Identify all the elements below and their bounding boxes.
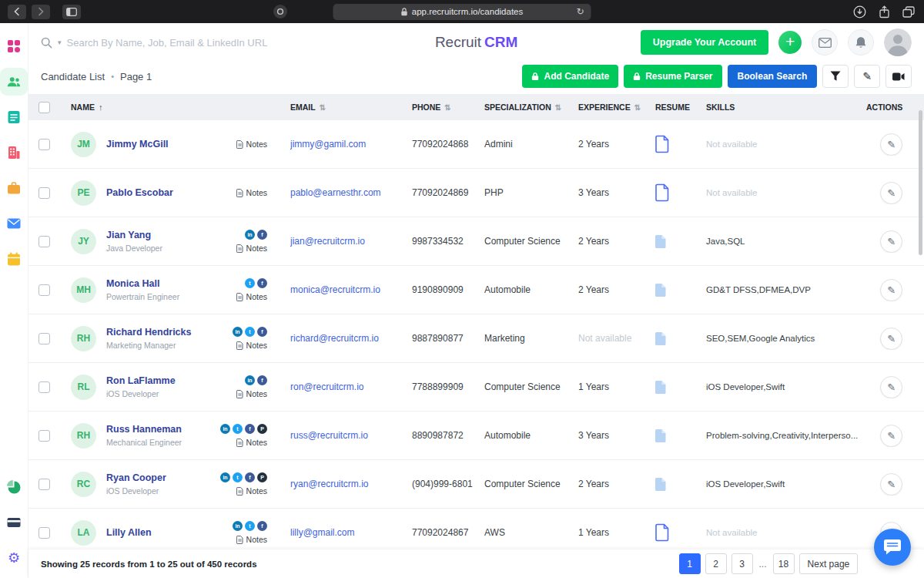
tabs-overview-icon[interactable] [902, 6, 915, 18]
notifications-button[interactable] [848, 29, 874, 55]
twitter-icon[interactable]: t [245, 327, 255, 337]
resume-file-icon[interactable] [655, 135, 706, 153]
filter-button[interactable] [822, 65, 849, 88]
candidate-email-link[interactable]: richard@recruitcrm.io [290, 333, 379, 344]
notes-link[interactable]: Notes [236, 535, 267, 544]
candidate-email-link[interactable]: russ@recruitcrm.io [290, 430, 368, 441]
notes-link[interactable]: Notes [236, 292, 267, 301]
boolean-search-button[interactable]: Boolean Search [728, 65, 818, 88]
candidate-name-link[interactable]: Lilly Allen [106, 527, 152, 538]
share-icon[interactable] [879, 5, 890, 18]
sidebar-item-jobs[interactable] [0, 103, 28, 131]
edit-candidate-button[interactable]: ✎ [880, 328, 902, 350]
linkedin-icon[interactable]: in [245, 375, 255, 385]
facebook-icon[interactable]: f [257, 327, 267, 337]
edit-candidate-button[interactable]: ✎ [880, 376, 902, 398]
resume-file-icon[interactable] [655, 183, 706, 202]
global-search[interactable]: ▾ [41, 37, 349, 49]
candidate-name-link[interactable]: Richard Hendricks [106, 327, 191, 338]
pagination-page-1[interactable]: 1 [679, 553, 701, 574]
notes-link[interactable]: Notes [236, 341, 267, 350]
candidate-email-link[interactable]: monica@recruitcrm.io [290, 284, 380, 295]
edit-candidate-button[interactable]: ✎ [880, 182, 902, 204]
video-button[interactable] [886, 65, 912, 88]
upgrade-account-button[interactable]: Upgrade Your Account [641, 30, 769, 55]
search-scope-caret-icon[interactable]: ▾ [58, 39, 62, 46]
facebook-icon[interactable]: f [257, 521, 267, 531]
messages-button[interactable] [812, 29, 838, 55]
pinterest-icon[interactable]: P [257, 472, 267, 482]
row-checkbox[interactable] [38, 333, 50, 344]
linkedin-icon[interactable]: in [220, 424, 230, 434]
twitter-icon[interactable]: t [245, 521, 255, 531]
candidate-name-link[interactable]: Russ Hanneman [106, 424, 182, 435]
resume-file-icon[interactable] [655, 381, 706, 394]
reload-icon[interactable]: ↻ [576, 6, 584, 17]
row-checkbox[interactable] [38, 236, 50, 247]
twitter-icon[interactable]: t [245, 278, 255, 288]
sidebar-item-meetings[interactable] [0, 245, 28, 273]
facebook-icon[interactable]: f [257, 375, 267, 385]
select-all-checkbox[interactable] [38, 102, 50, 113]
breadcrumb-candidate-list[interactable]: Candidate List [41, 71, 105, 82]
linkedin-icon[interactable]: in [220, 472, 230, 482]
sidebar-item-reports[interactable] [0, 473, 28, 501]
add-candidate-button[interactable]: Add Candidate [522, 65, 618, 88]
edit-candidate-button[interactable]: ✎ [880, 473, 902, 496]
candidate-email-link[interactable]: ryan@recruitcrm.io [290, 479, 369, 489]
downloads-icon[interactable] [853, 5, 866, 18]
edit-candidate-button[interactable]: ✎ [880, 425, 902, 447]
sidebar-item-dashboard[interactable] [0, 32, 28, 60]
facebook-icon[interactable]: f [257, 278, 267, 288]
candidate-name-link[interactable]: Pablo Escobar [106, 187, 173, 198]
notes-link[interactable]: Notes [236, 139, 267, 149]
browser-sidebar-toggle-icon[interactable] [62, 5, 81, 19]
sidebar-item-inbox[interactable] [0, 210, 28, 237]
pagination-page-3[interactable]: 3 [732, 553, 753, 574]
resume-file-icon[interactable] [655, 284, 706, 297]
row-checkbox[interactable] [38, 284, 50, 296]
notes-link[interactable]: Notes [236, 389, 267, 398]
search-input[interactable] [67, 37, 306, 49]
row-checkbox[interactable] [38, 381, 50, 393]
browser-forward-button[interactable] [32, 5, 50, 19]
scrollbar-thumb[interactable] [919, 110, 922, 255]
pagination-page-18[interactable]: 18 [773, 553, 795, 574]
sidebar-item-candidates[interactable] [0, 68, 28, 96]
candidate-name-link[interactable]: Jimmy McGill [106, 139, 169, 150]
resume-file-icon[interactable] [655, 478, 706, 491]
notes-link[interactable]: Notes [236, 486, 267, 496]
facebook-icon[interactable]: f [245, 472, 255, 482]
edit-candidate-button[interactable]: ✎ [880, 230, 902, 253]
candidate-email-link[interactable]: ron@recruitcrm.io [290, 381, 364, 392]
column-header-email[interactable]: EMAIL ⇅ [290, 102, 412, 112]
resume-file-icon[interactable] [655, 332, 706, 345]
row-checkbox[interactable] [38, 479, 50, 490]
search-icon[interactable] [41, 37, 52, 49]
edit-candidate-button[interactable]: ✎ [880, 279, 902, 301]
facebook-icon[interactable]: f [245, 424, 255, 434]
pinterest-icon[interactable]: P [257, 424, 267, 434]
notes-link[interactable]: Notes [236, 438, 267, 447]
sidebar-item-settings[interactable]: ⚙ [0, 544, 28, 572]
row-checkbox[interactable] [38, 187, 50, 199]
candidate-email-link[interactable]: pablo@earnesthr.com [290, 187, 381, 198]
linkedin-icon[interactable]: in [233, 521, 243, 531]
linkedin-icon[interactable]: in [245, 230, 255, 240]
quick-add-button[interactable]: + [778, 31, 802, 54]
twitter-icon[interactable]: t [233, 472, 243, 482]
resume-file-icon[interactable] [655, 235, 706, 248]
resume-file-icon[interactable] [655, 523, 706, 542]
browser-address-bar[interactable]: app.recruitcrm.io/candidates ↻ [333, 4, 591, 20]
extension-icon[interactable] [273, 5, 287, 18]
edit-candidate-button[interactable]: ✎ [880, 133, 902, 156]
bulk-edit-button[interactable]: ✎ [854, 65, 880, 88]
pagination-next-button[interactable]: Next page [799, 553, 859, 574]
notes-link[interactable]: Notes [236, 244, 267, 253]
candidate-email-link[interactable]: jian@recruitcrm.io [290, 236, 365, 247]
column-header-name[interactable]: NAME ↑ [59, 102, 290, 112]
chat-widget-button[interactable] [874, 529, 911, 566]
resume-file-icon[interactable] [655, 429, 706, 442]
twitter-icon[interactable]: t [233, 424, 243, 434]
column-header-phone[interactable]: PHONE ⇅ [412, 102, 484, 112]
